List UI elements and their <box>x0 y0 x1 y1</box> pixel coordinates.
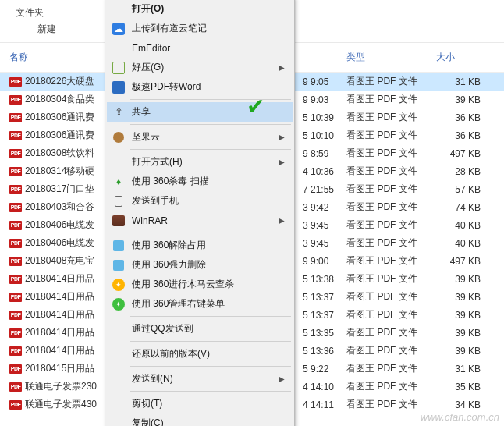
file-name: 20180317门口垫 <box>25 183 94 194</box>
file-size: 74 KB <box>430 198 504 216</box>
file-size: 39 KB <box>430 306 504 324</box>
menu-separator <box>130 149 291 150</box>
menu-item-label: EmEditor <box>132 43 293 54</box>
pdf-icon: PDF <box>9 167 22 176</box>
file-type: 看图王 PDF 文件 <box>340 144 430 162</box>
menu-item[interactable]: 复制(C) <box>107 414 293 426</box>
file-type: 看图王 PDF 文件 <box>340 126 430 144</box>
time-fragment: 5 10:10 <box>296 126 340 144</box>
time-fragment: 5 13:36 <box>296 342 340 360</box>
menu-item[interactable]: ☁上传到有道云笔记 <box>107 19 293 38</box>
menu-item[interactable]: 剪切(T) <box>107 394 293 414</box>
menu-separator <box>130 124 291 125</box>
menu-item[interactable]: ♦使用 360杀毒 扫描 <box>107 172 293 191</box>
pdf-icon: PDF <box>9 364 22 374</box>
shield-icon: ♦ <box>112 175 126 189</box>
pdf-icon: PDF <box>9 311 22 320</box>
file-size: 497 KB <box>430 252 504 270</box>
file-size: 31 KB <box>430 73 504 91</box>
file-name: 20180414日用品 <box>25 291 94 302</box>
menu-item[interactable]: 打开方式(H)▶ <box>107 152 293 172</box>
time-fragment: 9 9:03 <box>296 91 340 108</box>
blank-icon <box>112 417 126 427</box>
menu-item-label: 坚果云 <box>132 130 293 144</box>
pdf-icon: PDF <box>9 293 22 302</box>
menu-item[interactable]: 好压(G)▶ <box>107 58 293 77</box>
pdf-icon: PDF <box>9 131 22 140</box>
menu-item[interactable]: 使用 360解除占用 <box>107 236 293 255</box>
file-name: 20180406电缆发 <box>25 219 94 230</box>
file-type: 看图王 PDF 文件 <box>340 162 430 180</box>
file-type: 看图王 PDF 文件 <box>340 342 430 360</box>
file-size: 497 KB <box>430 144 504 162</box>
menu-item[interactable]: 使用 360强力删除 <box>107 255 293 275</box>
pdf-icon: PDF <box>9 221 22 230</box>
file-name: 20180306通讯费 <box>25 130 94 140</box>
time-fragment: 5 13:37 <box>296 306 340 324</box>
time-fragment: 9 9:05 <box>296 73 340 91</box>
wd-icon <box>112 80 126 94</box>
nut-icon <box>112 130 126 144</box>
menu-item-label: 复制(C) <box>132 417 293 426</box>
menu-item[interactable]: 坚果云▶ <box>107 127 293 147</box>
file-size: 28 KB <box>430 162 504 180</box>
file-type: 看图王 PDF 文件 <box>340 198 430 216</box>
time-fragment: 5 13:37 <box>296 288 340 306</box>
blank-icon <box>112 322 126 336</box>
file-type: 看图王 PDF 文件 <box>340 306 430 324</box>
pdf-icon: PDF <box>9 328 22 338</box>
c360y-icon: ✦ <box>112 297 126 311</box>
menu-item[interactable]: 还原以前的版本(V) <box>107 344 293 364</box>
chevron-right-icon: ▶ <box>279 133 285 141</box>
file-name: 20180308软饮料 <box>25 147 94 158</box>
menu-item[interactable]: 通过QQ发送到 <box>107 319 293 339</box>
menu-item[interactable]: EmEditor <box>107 38 293 58</box>
menu-item[interactable]: 极速PDF转Word <box>107 77 293 97</box>
file-name: 联通电子发票430 <box>25 399 97 410</box>
menu-item[interactable]: ✦使用 360进行木马云查杀 <box>107 275 293 294</box>
menu-item[interactable]: ✦使用 360管理右键菜单 <box>107 294 293 314</box>
time-fragment: 4 10:36 <box>296 162 340 180</box>
file-name: 20180304食品类 <box>25 94 94 105</box>
menu-item-label: 发送到(N) <box>132 372 293 385</box>
file-size: 40 KB <box>430 234 504 252</box>
blank-icon <box>112 347 126 361</box>
file-size: 39 KB <box>430 91 504 108</box>
file-type: 看图王 PDF 文件 <box>340 378 430 396</box>
file-size: 36 KB <box>430 108 504 126</box>
col-type[interactable]: 类型 <box>340 43 430 73</box>
time-fragment: 5 13:35 <box>296 324 340 342</box>
file-size: 31 KB <box>430 360 504 378</box>
sq2-icon <box>112 258 126 272</box>
file-type: 看图王 PDF 文件 <box>340 396 430 414</box>
col-size[interactable]: 大小 <box>430 43 504 73</box>
menu-item-label: 极速PDF转Word <box>132 80 293 94</box>
time-fragment: 5 9:22 <box>296 360 340 378</box>
pdf-icon: PDF <box>9 400 22 410</box>
chevron-right-icon: ▶ <box>279 158 285 166</box>
menu-item-label: 使用 360管理右键菜单 <box>132 297 293 311</box>
time-fragment: 3 9:45 <box>296 216 340 234</box>
file-size: 34 KB <box>430 396 504 414</box>
menu-item[interactable]: 打开(O) <box>107 0 293 19</box>
time-fragment: 9 9:00 <box>296 252 340 270</box>
pdf-icon: PDF <box>9 382 22 392</box>
share-icon: ⇪ <box>112 105 126 119</box>
blank-icon <box>112 397 126 411</box>
menu-item-label: 剪切(T) <box>132 397 293 410</box>
menu-item-label: 使用 360强力删除 <box>132 258 293 272</box>
menu-item[interactable]: 发送到手机 <box>107 191 293 211</box>
time-fragment: 4 14:10 <box>296 378 340 396</box>
file-name: 20180403和合谷 <box>25 201 94 212</box>
menu-item-label: 使用 360解除占用 <box>132 239 293 252</box>
pdf-icon: PDF <box>9 185 22 194</box>
file-size: 40 KB <box>430 216 504 234</box>
menu-item[interactable]: 发送到(N)▶ <box>107 369 293 389</box>
time-fragment: 3 9:42 <box>296 198 340 216</box>
time-fragment: 5 13:38 <box>296 270 340 288</box>
file-name: 20180414日用品 <box>25 273 94 284</box>
file-type: 看图王 PDF 文件 <box>340 324 430 342</box>
menu-item[interactable]: WinRAR▶ <box>107 211 293 230</box>
file-name: 20180414日用品 <box>25 345 94 356</box>
menu-item[interactable]: ⇪共享 <box>107 102 293 122</box>
